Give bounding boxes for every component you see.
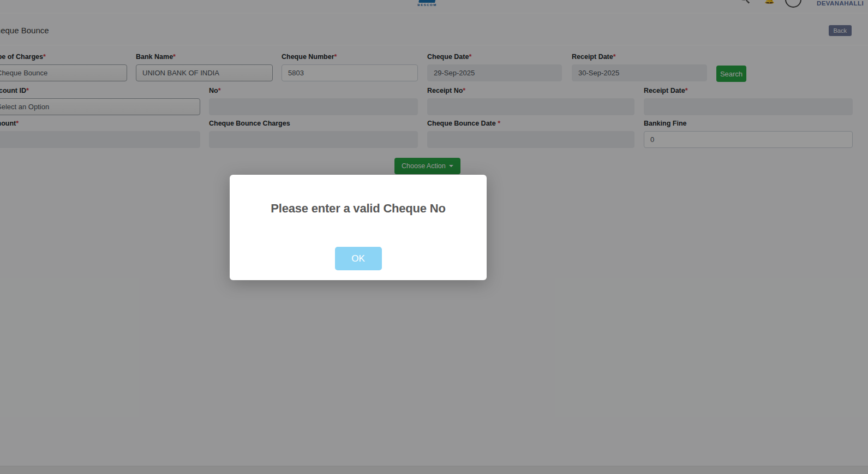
app-viewport: BESCOM 🔍 🔔 DEVANAHALLI Cheque Bounce Bac… bbox=[0, 0, 868, 474]
alert-message: Please enter a valid Cheque No bbox=[230, 202, 487, 216]
alert-dialog: Please enter a valid Cheque No OK bbox=[230, 175, 487, 280]
ok-button[interactable]: OK bbox=[335, 247, 382, 270]
